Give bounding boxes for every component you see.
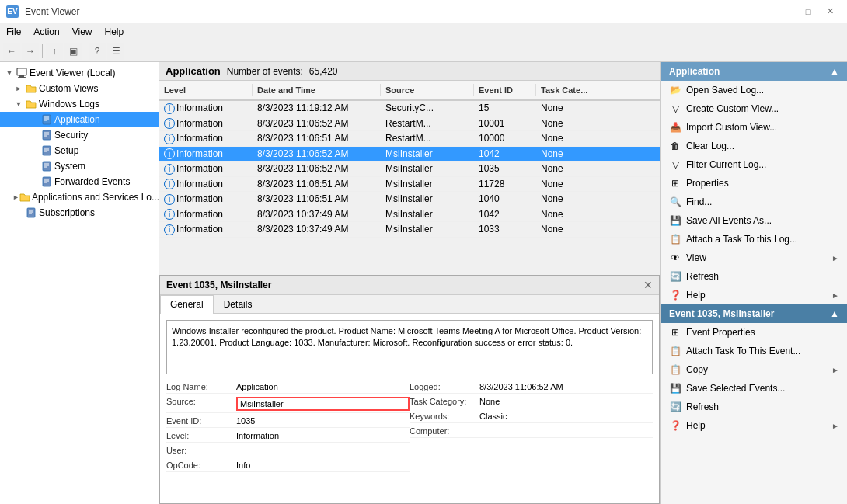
actions-section-event1035: Event 1035, MsiInstaller ▲ ⊞Event Proper…	[661, 304, 847, 435]
cell-task: None	[536, 207, 660, 221]
actions-item[interactable]: 📋Attach a Task To this Log...	[661, 230, 847, 249]
actions-item[interactable]: 👁View►	[661, 249, 847, 267]
actions-item-label: Filter Current Log...	[686, 159, 839, 170]
expand-custom-views[interactable]: ►	[12, 85, 25, 92]
actions-item[interactable]: ❓Help►	[661, 416, 847, 435]
menu-action[interactable]: Action	[27, 25, 65, 39]
tab-details[interactable]: Details	[214, 295, 263, 313]
forward-button[interactable]: →	[22, 43, 39, 60]
actions-section-header-application[interactable]: Application ▲	[661, 62, 847, 81]
tree-windows-logs[interactable]: ▼ Windows Logs	[0, 96, 159, 112]
col-header-eventid[interactable]: Event ID	[474, 84, 536, 96]
menu-view[interactable]: View	[66, 25, 99, 39]
table-row[interactable]: iInformation 8/3/2023 11:06:52 AM Restar…	[159, 116, 660, 132]
field-logged-value: 8/3/2023 11:06:52 AM	[479, 382, 653, 391]
help-button[interactable]: ?	[89, 43, 106, 60]
actions-item[interactable]: 🗑Clear Log...	[661, 137, 847, 155]
cell-task: None	[536, 101, 660, 115]
actions-item[interactable]: ⊞Event Properties	[661, 323, 847, 342]
tree-application-label: Application	[54, 114, 100, 125]
table-row[interactable]: iInformation 8/3/2023 11:06:51 AM MsiIns…	[159, 177, 660, 193]
svg-rect-11	[43, 146, 51, 155]
actions-item[interactable]: ❓Help►	[661, 286, 847, 304]
actions-item[interactable]: 💾Save All Events As...	[661, 211, 847, 230]
actions-item-label: Properties	[686, 178, 839, 189]
actions-item[interactable]: ▽Filter Current Log...	[661, 155, 847, 174]
tree-security[interactable]: ► Security	[0, 127, 159, 143]
expand-windows-logs[interactable]: ▼	[12, 100, 25, 108]
cell-eventid: 11728	[474, 177, 536, 191]
tree-setup[interactable]: ► Setup	[0, 143, 159, 158]
detail-close-button[interactable]: ✕	[643, 279, 653, 291]
tree-subscriptions-label: Subscriptions	[39, 207, 95, 218]
tree-system[interactable]: ► System	[0, 158, 159, 174]
table-row[interactable]: iInformation 8/3/2023 10:37:49 AM MsiIns…	[159, 222, 660, 238]
table-row[interactable]: iInformation 8/3/2023 11:06:52 AM MsiIns…	[159, 147, 660, 162]
log-header: Application Number of events: 65,420	[159, 62, 660, 81]
log-icon-application	[40, 113, 53, 126]
actions-item-label: Attach Task To This Event...	[686, 346, 839, 356]
maximize-button[interactable]: □	[797, 4, 819, 19]
expand-app-services[interactable]: ►	[12, 193, 19, 201]
toolbar: ← → ↑ ▣ ? ☰	[0, 40, 847, 62]
menu-file[interactable]: File	[0, 25, 27, 39]
col-header-level[interactable]: Level	[159, 84, 253, 96]
cell-datetime: 8/3/2023 10:37:49 AM	[253, 222, 381, 236]
info-icon: i	[164, 134, 175, 144]
properties-button[interactable]: ☰	[107, 43, 124, 60]
detail-body-text: Windows Installer reconfigured the produ…	[172, 326, 641, 347]
tree-custom-views[interactable]: ► Custom Views	[0, 81, 159, 96]
actions-item[interactable]: 🔍Find...	[661, 193, 847, 211]
tree-application[interactable]: ► Application	[0, 112, 159, 127]
field-opcode-value: Info	[236, 461, 410, 470]
cell-level: iInformation	[159, 177, 253, 192]
actions-item-label: Copy	[686, 364, 827, 375]
show-hide-button[interactable]: ▣	[64, 43, 82, 60]
tree-app-services[interactable]: ► Applications and Services Lo...	[0, 189, 159, 205]
menu-help[interactable]: Help	[99, 25, 131, 39]
cell-source: MsiInstaller	[381, 147, 474, 161]
actions-item[interactable]: 🔄Refresh	[661, 267, 847, 286]
minimize-button[interactable]: ─	[776, 4, 797, 19]
actions-section-title-application: Application	[669, 66, 720, 77]
actions-item[interactable]: 🔄Refresh	[661, 398, 847, 416]
table-row[interactable]: iInformation 8/3/2023 11:19:12 AM Securi…	[159, 101, 660, 116]
detail-header: Event 1035, MsiInstaller ✕	[160, 276, 659, 295]
table-row[interactable]: iInformation 8/3/2023 11:06:51 AM MsiIns…	[159, 192, 660, 207]
actions-section-event1035-items: ⊞Event Properties📋Attach Task To This Ev…	[661, 323, 847, 435]
table-row[interactable]: iInformation 8/3/2023 11:06:51 AM Restar…	[159, 131, 660, 147]
table-row[interactable]: iInformation 8/3/2023 10:37:49 AM MsiIns…	[159, 207, 660, 223]
actions-item[interactable]: ▽Create Custom View...	[661, 99, 847, 118]
info-icon: i	[164, 224, 175, 235]
tree-root[interactable]: ▼ Event Viewer (Local)	[0, 65, 159, 81]
col-header-datetime[interactable]: Date and Time	[253, 84, 381, 96]
col-header-source[interactable]: Source	[381, 84, 474, 96]
actions-section-header-event1035[interactable]: Event 1035, MsiInstaller ▲	[661, 304, 847, 323]
refresh-icon: 🔄	[669, 270, 681, 283]
tree-subscriptions[interactable]: ► Subscriptions	[0, 205, 159, 221]
tree-forwarded-label: Forwarded Events	[54, 176, 130, 187]
tab-general[interactable]: General	[160, 295, 214, 314]
field-taskcategory: Task Category: None	[410, 395, 653, 408]
svg-rect-0	[17, 68, 26, 75]
actions-item[interactable]: ⊞Properties	[661, 174, 847, 193]
actions-item[interactable]: 📂Open Saved Log...	[661, 81, 847, 99]
tree-setup-label: Setup	[54, 145, 78, 156]
detail-panel: Event 1035, MsiInstaller ✕ General Detai…	[159, 275, 660, 504]
actions-item[interactable]: 📥Import Custom View...	[661, 118, 847, 137]
field-level: Level: Information	[166, 429, 410, 443]
table-row[interactable]: iInformation 8/3/2023 11:06:52 AM MsiIns…	[159, 162, 660, 177]
log-count: 65,420	[309, 66, 338, 77]
cell-task: None	[536, 116, 660, 130]
col-header-task[interactable]: Task Cate...	[536, 84, 647, 96]
expand-root[interactable]: ▼	[3, 69, 16, 77]
actions-item[interactable]: 📋Attach Task To This Event...	[661, 342, 847, 360]
detail-tabs: General Details	[160, 295, 659, 314]
tree-forwarded[interactable]: ► Forwarded Events	[0, 174, 159, 189]
up-button[interactable]: ↑	[46, 43, 63, 60]
actions-item[interactable]: 📋Copy►	[661, 360, 847, 379]
cell-level: iInformation	[159, 222, 253, 237]
close-button[interactable]: ✕	[819, 4, 841, 19]
back-button[interactable]: ←	[3, 43, 20, 60]
actions-item[interactable]: 💾Save Selected Events...	[661, 379, 847, 398]
